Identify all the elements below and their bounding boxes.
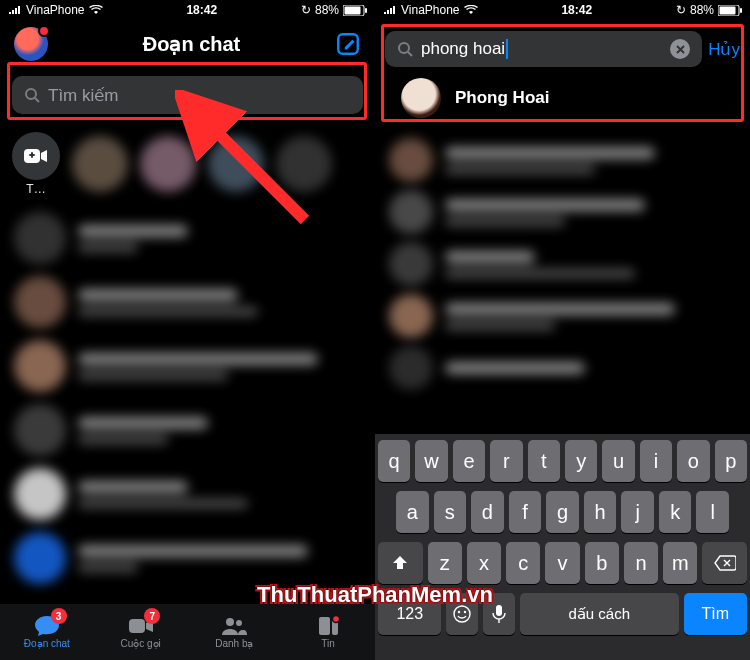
key-b[interactable]: b [585,542,619,584]
key-p[interactable]: p [715,440,747,482]
backspace-key[interactable] [702,542,747,584]
phone-right: VinaPhone 18:42 ↻ 88% phong hoai Hủy Pho… [375,0,750,660]
svg-rect-22 [496,605,502,616]
list-item[interactable] [375,186,750,238]
search-key[interactable]: Tìm [684,593,747,635]
tab-label: Tin [321,638,335,649]
search-results-blurred [375,134,750,394]
clock: 18:42 [561,3,592,17]
svg-point-20 [458,611,460,613]
backspace-icon [714,555,736,571]
key-e[interactable]: e [453,440,485,482]
battery-icon [343,5,367,16]
search-result-item[interactable]: Phong Hoai [375,68,750,128]
key-s[interactable]: s [434,491,467,533]
key-row-4: 123 dấu cách Tìm [378,593,747,635]
emoji-key[interactable] [446,593,478,635]
status-bar: VinaPhone 18:42 ↻ 88% [0,0,375,20]
video-plus-icon [24,147,48,165]
tab-calls[interactable]: 7 Cuộc gọi [94,604,188,660]
svg-point-18 [399,43,409,53]
key-row-2: asdfghjkl [378,491,747,533]
chat-list [0,206,375,590]
svg-point-10 [226,618,234,626]
create-room-button[interactable] [12,132,60,180]
key-x[interactable]: x [467,542,501,584]
key-r[interactable]: r [490,440,522,482]
svg-rect-7 [31,152,33,158]
key-m[interactable]: m [663,542,697,584]
signal-icon [383,5,397,15]
key-c[interactable]: c [506,542,540,584]
key-q[interactable]: q [378,440,410,482]
svg-rect-17 [740,8,742,13]
key-z[interactable]: z [428,542,462,584]
profile-avatar[interactable] [14,27,48,61]
key-a[interactable]: a [396,491,429,533]
svg-rect-2 [365,8,367,13]
list-item[interactable] [0,270,375,334]
shift-key[interactable] [378,542,423,584]
key-w[interactable]: w [415,440,447,482]
list-item[interactable] [0,462,375,526]
search-value: phong hoai [421,39,670,60]
space-key[interactable]: dấu cách [520,593,679,635]
list-item[interactable] [375,134,750,186]
battery-icon [718,5,742,16]
carrier-label: VinaPhone [401,3,460,17]
list-item[interactable] [0,398,375,462]
svg-rect-9 [129,619,145,633]
mic-icon [492,604,506,624]
phone-left: VinaPhone 18:42 ↻ 88% Đoạn chat Tìm kiếm… [0,0,375,660]
search-placeholder: Tìm kiếm [48,85,118,106]
key-t[interactable]: t [528,440,560,482]
svg-point-11 [236,620,242,626]
badge: 7 [144,608,160,624]
svg-point-21 [464,611,466,613]
list-item[interactable] [0,206,375,270]
create-room-label: T… [12,182,60,196]
tab-chats[interactable]: 3 Đoạn chat [0,604,94,660]
numbers-key[interactable]: 123 [378,593,441,635]
key-i[interactable]: i [640,440,672,482]
cancel-search-button[interactable]: Hủy [708,39,740,60]
signal-icon [8,5,22,15]
compose-icon[interactable] [335,31,361,57]
tab-stories[interactable]: Tin [281,604,375,660]
search-input[interactable]: Tìm kiếm [12,76,363,114]
wifi-icon [464,5,478,15]
svg-rect-12 [319,617,330,635]
svg-point-4 [26,89,36,99]
close-icon [676,45,685,54]
list-item[interactable] [0,334,375,398]
key-u[interactable]: u [602,440,634,482]
list-item[interactable] [375,342,750,394]
tab-people[interactable]: Danh bạ [188,604,282,660]
badge: 3 [51,608,67,624]
battery-pct: 88% [315,3,339,17]
clear-search-button[interactable] [670,39,690,59]
svg-point-14 [333,616,340,623]
battery-pct: 88% [690,3,714,17]
key-l[interactable]: l [696,491,729,533]
search-input-active[interactable]: phong hoai [385,31,702,67]
key-o[interactable]: o [677,440,709,482]
key-v[interactable]: v [545,542,579,584]
avatar [401,78,441,118]
list-item[interactable] [375,290,750,342]
svg-point-19 [454,606,470,622]
key-n[interactable]: n [624,542,658,584]
key-h[interactable]: h [584,491,617,533]
key-g[interactable]: g [546,491,579,533]
key-j[interactable]: j [621,491,654,533]
key-d[interactable]: d [471,491,504,533]
clock: 18:42 [186,3,217,17]
list-item[interactable] [0,526,375,590]
dictation-key[interactable] [483,593,515,635]
stories-icon [315,615,341,637]
key-k[interactable]: k [659,491,692,533]
status-bar: VinaPhone 18:42 ↻ 88% [375,0,750,20]
key-f[interactable]: f [509,491,542,533]
key-y[interactable]: y [565,440,597,482]
list-item[interactable] [375,238,750,290]
